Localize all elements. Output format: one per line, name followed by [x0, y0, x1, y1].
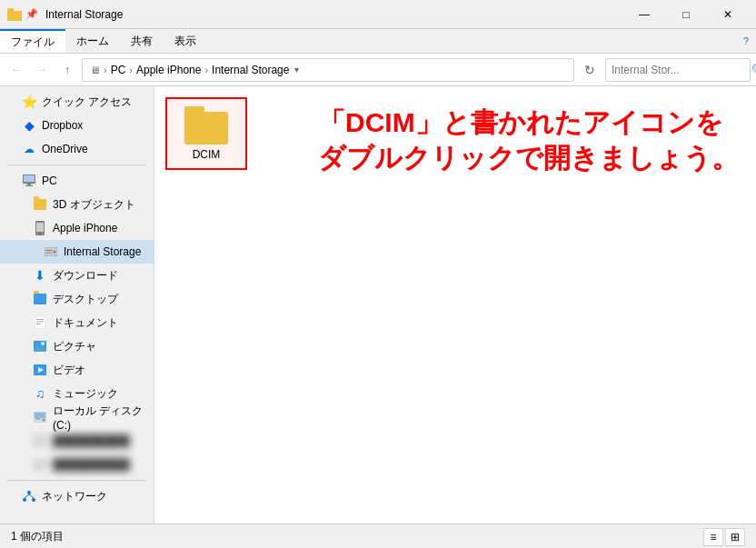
sidebar-item-network[interactable]: ネットワーク	[0, 484, 154, 508]
help-icon: ?	[743, 35, 749, 46]
close-button[interactable]: ✕	[707, 0, 749, 29]
sidebar-item-documents[interactable]: ドキュメント	[0, 311, 154, 334]
sidebar-item-music[interactable]: ♫ ミュージック	[0, 382, 154, 405]
back-button[interactable]: ←	[5, 59, 27, 81]
address-bar: ← → ↑ 🖥 › PC › Apple iPhone › Internal S…	[0, 54, 756, 86]
list-view-button[interactable]: ≡	[703, 528, 723, 546]
svg-line-29	[25, 494, 29, 498]
sidebar-label-music: ミュージック	[53, 386, 118, 402]
svg-rect-12	[46, 253, 52, 254]
sidebar-item-dropbox[interactable]: ◆ Dropbox	[0, 114, 154, 137]
svg-rect-7	[36, 223, 44, 232]
sidebar-label-network: ネットワーク	[42, 489, 107, 504]
sidebar-item-onedrive[interactable]: ☁ OneDrive	[0, 137, 154, 161]
internal-storage-icon	[44, 244, 58, 259]
sidebar-item-quick-access[interactable]: ⭐ クイック アクセス	[0, 90, 154, 114]
up-button[interactable]: ↑	[56, 59, 78, 81]
sidebar-item-3dobjects[interactable]: 3D オブジェクト	[0, 193, 154, 216]
svg-point-19	[41, 342, 45, 345]
local-disk-icon	[33, 410, 47, 424]
status-bar: 1 個の項目 ≡ ⊞	[0, 523, 756, 548]
tab-file[interactable]: ファイル	[0, 29, 65, 53]
monitor-svg	[23, 174, 35, 187]
search-box[interactable]: 🔍	[605, 58, 751, 82]
pc-icon	[22, 174, 36, 188]
svg-point-26	[27, 491, 31, 494]
sidebar-label-drive2: ██████████	[53, 458, 130, 471]
sidebar-item-download[interactable]: ⬇ ダウンロード	[0, 264, 154, 287]
download-icon: ⬇	[33, 268, 47, 283]
sidebar-label-3dobjects: 3D オブジェクト	[53, 197, 135, 213]
sidebar-item-iphone[interactable]: Apple iPhone	[0, 216, 154, 240]
dcim-folder[interactable]: DCIM	[165, 97, 247, 170]
sidebar-item-desktop[interactable]: デスクトップ	[0, 287, 154, 311]
divider-1	[7, 164, 146, 165]
forward-button[interactable]: →	[31, 59, 53, 81]
address-path[interactable]: 🖥 › PC › Apple iPhone › Internal Storage…	[82, 58, 574, 82]
title-pin-icon: 📌	[25, 8, 38, 20]
item-count: 1 個の項目	[11, 529, 64, 544]
maximize-button[interactable]: □	[665, 0, 707, 29]
svg-rect-23	[35, 413, 45, 418]
iphone-svg	[35, 221, 45, 235]
sidebar-label-pc: PC	[42, 174, 57, 187]
iphone-icon	[33, 221, 47, 235]
svg-rect-3	[24, 175, 35, 182]
sidebar-item-pc[interactable]: PC	[0, 169, 154, 193]
ribbon: ファイル ホーム 共有 表示 ?	[0, 29, 756, 54]
sidebar: ⭐ クイック アクセス ◆ Dropbox ☁ OneDrive P	[0, 86, 154, 523]
svg-rect-4	[27, 184, 31, 185]
svg-point-10	[54, 251, 56, 254]
sidebar-item-drive1[interactable]: ██████████	[0, 429, 154, 453]
dropbox-icon: ◆	[22, 118, 36, 133]
sidebar-label-download: ダウンロード	[53, 268, 118, 284]
svg-point-28	[32, 498, 35, 502]
pictures-icon	[33, 339, 47, 354]
sidebar-label-documents: ドキュメント	[53, 315, 118, 331]
doc-svg	[35, 316, 45, 329]
network-svg	[23, 490, 35, 503]
sidebar-label-internal-storage: Internal Storage	[64, 245, 141, 258]
refresh-button[interactable]: ↻	[578, 58, 602, 82]
search-input[interactable]	[612, 64, 748, 76]
search-icon: 🔍	[751, 64, 756, 76]
svg-rect-0	[7, 11, 22, 21]
breadcrumb-storage[interactable]: Internal Storage	[212, 64, 289, 76]
sidebar-item-internal-storage[interactable]: Internal Storage	[0, 240, 154, 264]
title-controls: — □ ✕	[623, 0, 749, 29]
title-bar: 📌 Internal Storage — □ ✕	[0, 0, 756, 29]
localdisk-svg	[34, 412, 46, 423]
sidebar-label-pictures: ピクチャ	[53, 339, 96, 354]
main-layout: ⭐ クイック アクセス ◆ Dropbox ☁ OneDrive P	[0, 86, 756, 523]
svg-point-8	[39, 233, 41, 234]
svg-rect-1	[7, 8, 14, 12]
vid-svg	[34, 364, 46, 375]
videos-icon	[33, 363, 47, 377]
svg-rect-14	[36, 319, 44, 320]
sidebar-item-drive2[interactable]: ██████████	[0, 453, 154, 476]
pic-svg	[34, 341, 46, 352]
sidebar-label-onedrive: OneDrive	[42, 143, 88, 155]
sidebar-label-dropbox: Dropbox	[42, 119, 83, 132]
minimize-button[interactable]: —	[623, 0, 665, 29]
title-bar-text: Internal Storage	[45, 8, 623, 21]
onedrive-icon: ☁	[22, 142, 36, 156]
tab-view[interactable]: 表示	[164, 29, 207, 53]
annotation-text: 「DCIM」と書かれたアイコンをダブルクリックで開きましょう。	[318, 105, 739, 175]
drive1-icon	[33, 433, 47, 448]
breadcrumb-pc[interactable]: PC	[111, 64, 126, 76]
sidebar-item-pictures[interactable]: ピクチャ	[0, 334, 154, 358]
sidebar-item-local-disk[interactable]: ローカル ディスク (C:)	[0, 405, 154, 429]
breadcrumb-iphone[interactable]: Apple iPhone	[136, 64, 201, 76]
drive2-icon	[33, 457, 47, 472]
quick-access-icon: ⭐	[22, 95, 36, 109]
grid-view-button[interactable]: ⊞	[725, 528, 745, 546]
sidebar-label-desktop: デスクトップ	[53, 292, 118, 307]
sidebar-item-videos[interactable]: ビデオ	[0, 358, 154, 382]
drive-svg	[45, 247, 57, 256]
view-buttons: ≡ ⊞	[703, 528, 745, 546]
ribbon-tabs: ファイル ホーム 共有 表示 ?	[0, 29, 756, 53]
svg-rect-13	[35, 316, 45, 329]
tab-home[interactable]: ホーム	[65, 29, 120, 53]
tab-share[interactable]: 共有	[120, 29, 164, 53]
